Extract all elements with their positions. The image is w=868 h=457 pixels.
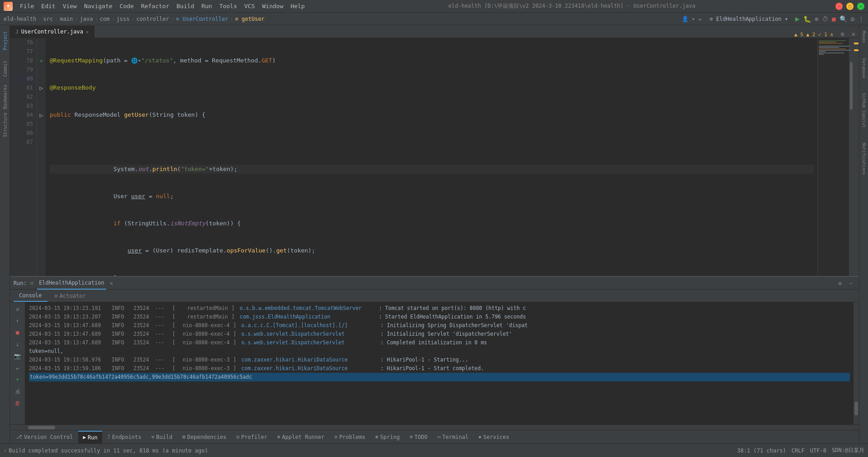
coverage-button[interactable]: ⊕ — [815, 15, 818, 23]
sidebar-notifications[interactable]: Notifications — [862, 143, 866, 175]
scroll-down-button[interactable]: ↓ — [13, 339, 23, 349]
sidebar-commit[interactable]: Commit — [0, 55, 9, 82]
breadcrumb-class[interactable]: ⊙ UserController — [176, 16, 228, 22]
log-thread-2: restartedMain — [183, 313, 228, 321]
line-ending[interactable]: CRLF — [792, 447, 805, 454]
build-status-message: Build completed successfully in 11 sec, … — [9, 447, 208, 454]
menu-refactor[interactable]: Refactor — [137, 2, 173, 10]
log-class-5: o.s.web.servlet.DispatcherServlet — [241, 338, 377, 347]
tab-build[interactable]: ⚒ Build — [147, 431, 177, 443]
debug-button[interactable]: 🐛 — [803, 15, 811, 23]
menu-window[interactable]: Window — [259, 2, 287, 10]
console-actions: ↺ ↑ ■ ↓ 📷 ↵ + 🖨 🗑 — [10, 302, 25, 424]
tab-endpoints[interactable]: ⤴ Endpoints — [103, 431, 146, 443]
scroll-thumb[interactable] — [850, 62, 853, 109]
actuator-tab[interactable]: ⊙ Actuator — [49, 290, 91, 302]
tab-services[interactable]: ◈ Services — [474, 431, 514, 443]
vcs-icon[interactable]: 👤 ▾ — [682, 16, 695, 22]
sidebar-maven[interactable]: Maven — [862, 31, 866, 43]
git-branch[interactable]: SDN:@日某月 — [832, 447, 864, 454]
navigate-back[interactable]: ← — [698, 15, 702, 23]
menu-code[interactable]: Code — [116, 2, 137, 10]
menu-file[interactable]: File — [16, 2, 38, 10]
tab-usercontroller[interactable]: J UserController.java ✕ — [10, 26, 94, 38]
minimize-panel-button[interactable]: — — [846, 279, 855, 288]
log-line-token-selected[interactable]: token=99e3dd15b78c46afb1472a40956c5adc,9… — [29, 373, 850, 381]
add-config-button[interactable]: + — [13, 375, 23, 385]
tab-dependencies[interactable]: ⊞ Dependencies — [178, 431, 231, 443]
menu-build[interactable]: Build — [173, 2, 198, 10]
fold-82[interactable]: ▷ — [37, 83, 46, 92]
tab-problems[interactable]: ⊙ Problems — [330, 431, 370, 443]
sidebar-github-copilot[interactable]: GitHub Copilot — [862, 93, 866, 128]
run-button[interactable]: ▶ — [795, 14, 800, 23]
menu-run[interactable]: Run — [198, 2, 216, 10]
menu-vcs[interactable]: VCS — [241, 2, 258, 10]
tab-version-control[interactable]: ⎇ Version Control — [12, 431, 77, 443]
profile-button[interactable]: ⏱ — [822, 15, 828, 23]
sidebar-database[interactable]: Database — [862, 58, 866, 78]
close-button[interactable]: ✕ — [857, 3, 864, 10]
tab-spring[interactable]: ⊛ Spring — [371, 431, 404, 443]
scroll-up-button[interactable]: ↑ — [13, 316, 23, 326]
console-hscrollbar[interactable] — [10, 424, 859, 430]
cursor-position[interactable]: 38:1 (71 chars) — [737, 447, 786, 454]
log-thread-3: nio-8080-exec-4 — [183, 321, 230, 330]
breadcrumb-controller[interactable]: controller — [137, 16, 169, 22]
console-output[interactable]: 2024-03-15 19:13:23.191 INFO 23524 --- [… — [25, 302, 854, 424]
breakpoint-78[interactable]: ⊙ — [37, 56, 46, 65]
tab-terminal[interactable]: ▭ Terminal — [433, 431, 473, 443]
fold-84[interactable]: ▷ — [37, 110, 46, 119]
breadcrumb-src[interactable]: src — [43, 16, 53, 22]
restart-button[interactable]: ↺ — [13, 304, 23, 314]
run-close[interactable]: ✕ — [110, 280, 113, 286]
breadcrumb-main[interactable]: main — [60, 16, 73, 22]
tab-profiler[interactable]: ◷ Profiler — [232, 431, 272, 443]
more-tabs-button[interactable]: ≡ — [837, 30, 848, 38]
search-icon[interactable]: 🔍 — [840, 15, 847, 23]
minimize-button[interactable]: — — [835, 3, 843, 10]
menu-help[interactable]: Help — [287, 2, 308, 10]
warnings-indicator[interactable]: ▲ 5 ▲ 2 ✓ 1 ∧ — [791, 32, 837, 38]
menu-tools[interactable]: Tools — [216, 2, 241, 10]
print-button[interactable]: 🖨 — [13, 386, 23, 396]
tab-close-button[interactable]: ✕ — [86, 29, 89, 34]
run-config[interactable]: ⊙ EldHealthApplication ▾ — [706, 15, 792, 23]
screenshot-button[interactable]: 📷 — [13, 351, 23, 361]
encoding[interactable]: UTF-8 — [810, 447, 826, 454]
stop-run-button[interactable]: ■ — [13, 328, 23, 338]
breadcrumb-jsss[interactable]: jsss — [117, 16, 130, 22]
clear-button[interactable]: 🗑 — [13, 398, 23, 408]
console-hscroll-thumb[interactable] — [28, 426, 55, 429]
menu-view[interactable]: View — [59, 2, 80, 10]
profiler-icon: ◷ — [236, 434, 240, 440]
soft-wrap-button[interactable]: ↵ — [13, 363, 23, 373]
tab-todo[interactable]: ≡ TODO — [405, 431, 432, 443]
more-icon[interactable]: ⋮ — [858, 15, 864, 23]
tab-applet-runner[interactable]: ⊕ Applet Runner — [273, 431, 329, 443]
dependencies-label: Dependencies — [187, 434, 226, 440]
tab-run[interactable]: ▶ Run — [78, 431, 102, 443]
settings-icon[interactable]: ⚙ — [851, 15, 854, 23]
console-tab[interactable]: Console — [14, 290, 47, 302]
tab-file-icon: J — [15, 29, 19, 35]
sidebar-structure[interactable]: Structure — [0, 111, 9, 138]
menu-edit[interactable]: Edit — [38, 2, 59, 10]
breadcrumb-project[interactable]: eld-health — [4, 16, 36, 22]
console-scrollbar[interactable] — [854, 302, 859, 424]
hide-tabs-button[interactable]: ✕ — [848, 30, 859, 38]
breadcrumb-java[interactable]: java — [80, 16, 93, 22]
breadcrumb-method[interactable]: ⊙ getUser — [235, 16, 264, 22]
console-scroll-thumb[interactable] — [854, 402, 858, 415]
stop-button[interactable]: ■ — [832, 15, 835, 23]
build-status-icon: ✓ — [4, 447, 7, 454]
log-level-6: INFO — [112, 356, 130, 364]
breadcrumb-com[interactable]: com — [100, 16, 110, 22]
settings-panel-button[interactable]: ⚙ — [835, 279, 844, 288]
run-app-name[interactable]: EldHealthApplication — [37, 277, 106, 290]
log-bracket-1: [ — [172, 304, 179, 313]
maximize-button[interactable]: □ — [846, 3, 854, 10]
sidebar-bookmarks[interactable]: Bookmarks — [0, 83, 9, 110]
menu-navigate[interactable]: Navigate — [80, 2, 116, 10]
sidebar-project[interactable]: Project — [0, 27, 9, 54]
